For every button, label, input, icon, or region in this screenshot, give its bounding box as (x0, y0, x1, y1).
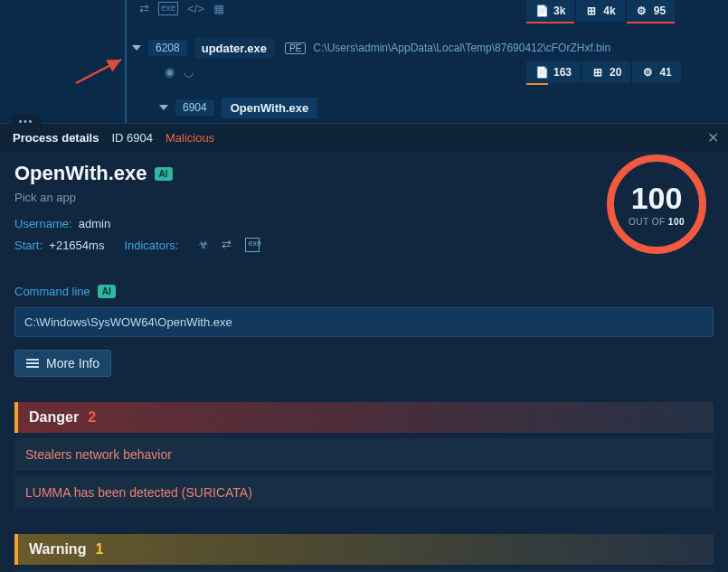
row1-stat-gear[interactable]: ⚙95 (627, 0, 675, 22)
warning-section: Warning 1 Executable content was dropped… (14, 534, 714, 572)
pid-badge: 6208 (148, 40, 187, 56)
collapse-icon[interactable] (159, 105, 168, 110)
row2-badges: ◉◡ (161, 65, 194, 79)
exe-name: OpenWith.exe (231, 101, 309, 115)
network-icon: ⇄ (222, 238, 236, 252)
biohazard-icon: ☣ (198, 238, 213, 252)
threat-score: 100 OUT OF 100 (607, 155, 706, 254)
tree-row-updater[interactable]: 6208 updater.exe PE C:\Users\admin\AppDa… (0, 36, 728, 60)
process-tree: ⇄ exe </> ▦ 📄3k ⊞4k ⚙95 6208 updater.exe… (0, 0, 728, 119)
panel-title: Process details (13, 131, 99, 145)
row1-stat-doc[interactable]: 📄3k (526, 0, 574, 22)
commandline-label: Command line (14, 285, 90, 298)
danger-item[interactable]: Stealers network behavior (14, 438, 714, 471)
danger-section: Danger 2 Stealers network behavior LUMMA… (14, 402, 714, 509)
close-icon[interactable]: ✕ (707, 129, 719, 146)
process-name: OpenWith.exe (14, 162, 147, 185)
collapse-icon[interactable] (132, 45, 141, 51)
ai-badge[interactable]: AI (98, 285, 116, 298)
panel-status: Malicious (165, 131, 214, 145)
warning-count: 1 (95, 541, 103, 558)
menu-icon (26, 359, 39, 368)
more-info-button[interactable]: More Info (14, 350, 111, 377)
start-value: +21654ms (49, 239, 104, 252)
row2-stat-doc[interactable]: 📄163 (526, 61, 581, 83)
row2-stat-gear[interactable]: ⚙41 (632, 61, 680, 83)
pe-tag: PE (285, 42, 306, 54)
panel-header: Process details ID 6904 Malicious ✕ (0, 124, 728, 151)
process-details-panel: ••• Process details ID 6904 Malicious ✕ … (0, 123, 728, 572)
username-label: Username: (14, 217, 72, 230)
danger-count: 2 (88, 409, 96, 426)
indicator-icons: ☣ ⇄ exe (198, 238, 260, 252)
score-outof-label: OUT OF (629, 217, 666, 227)
panel-pid: ID 6904 (111, 131, 153, 145)
tree-row-openwith[interactable]: 6904 OpenWith.exe (0, 96, 728, 119)
exe-icon: exe (245, 238, 260, 252)
exe-name: updater.exe (202, 42, 267, 55)
danger-header[interactable]: Danger 2 (14, 402, 714, 433)
score-value: 100 (631, 183, 683, 213)
start-label: Start: (14, 239, 43, 252)
ai-badge[interactable]: AI (155, 167, 173, 181)
row1-stat-puzzle[interactable]: ⊞4k (576, 0, 624, 22)
pid-badge: 6904 (175, 99, 214, 116)
commandline-value[interactable]: C:\Windows\SysWOW64\OpenWith.exe (14, 307, 714, 337)
process-path: C:\Users\admin\AppData\Local\Temp\876904… (313, 42, 610, 54)
row1-icons: ⇄ exe </> ▦ (136, 2, 224, 15)
username-value: admin (79, 217, 110, 230)
danger-item[interactable]: LUMMA has been detected (SURICATA) (14, 476, 714, 509)
score-outof-value: 100 (668, 217, 685, 227)
row2-stat-puzzle[interactable]: ⊞20 (582, 61, 630, 83)
indicators-label: Indicators: (124, 239, 178, 252)
warning-header[interactable]: Warning 1 (14, 534, 714, 565)
